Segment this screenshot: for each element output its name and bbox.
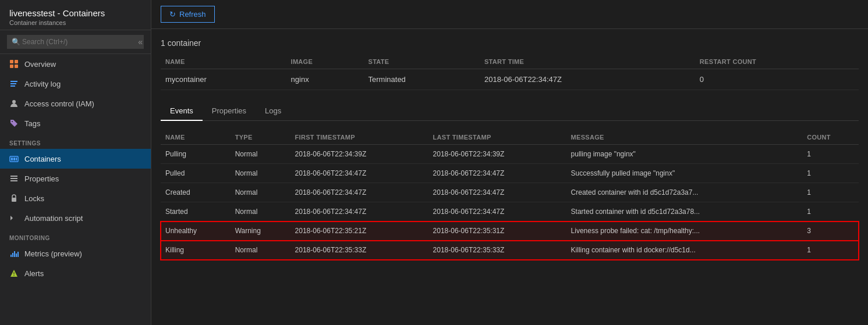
event-cell-4: Liveness probe failed: cat: /tmp/healthy… bbox=[566, 222, 803, 241]
event-cell-0: Killing bbox=[161, 241, 231, 260]
sidebar-item-automation-script[interactable]: Automation script bbox=[0, 208, 151, 228]
col-start-time: START TIME bbox=[480, 55, 695, 69]
svg-rect-22 bbox=[14, 275, 15, 276]
event-row[interactable]: StartedNormal2018-06-06T22:34:47Z2018-06… bbox=[161, 202, 859, 222]
svg-rect-3 bbox=[15, 65, 18, 68]
access-control-icon bbox=[9, 99, 19, 108]
svg-rect-15 bbox=[12, 198, 16, 202]
event-cell-2: 2018-06-06T22:34:47Z bbox=[290, 164, 428, 183]
activity-log-icon bbox=[9, 79, 19, 88]
event-cell-2: 2018-06-06T22:34:39Z bbox=[290, 145, 428, 164]
event-cell-1: Warning bbox=[231, 222, 290, 241]
events-col-name: NAME bbox=[161, 130, 231, 145]
main-content-area: 1 container NAME IMAGE STATE START TIME … bbox=[151, 29, 868, 325]
svg-rect-19 bbox=[16, 253, 17, 257]
sidebar-item-properties[interactable]: Properties bbox=[0, 169, 151, 188]
event-row[interactable]: CreatedNormal2018-06-06T22:34:47Z2018-06… bbox=[161, 183, 859, 202]
locks-icon bbox=[9, 194, 19, 203]
containers-icon bbox=[9, 154, 19, 163]
refresh-button[interactable]: ↻ Refresh bbox=[161, 6, 215, 23]
svg-rect-18 bbox=[14, 251, 15, 257]
container-start-time: 2018-06-06T22:34:47Z bbox=[480, 69, 695, 90]
svg-rect-14 bbox=[10, 180, 17, 181]
properties-icon bbox=[9, 174, 19, 183]
event-cell-4: Successfully pulled image "nginx" bbox=[566, 164, 803, 183]
event-cell-1: Normal bbox=[231, 202, 290, 222]
svg-rect-17 bbox=[12, 253, 13, 257]
event-cell-1: Normal bbox=[231, 164, 290, 183]
tags-icon bbox=[9, 119, 19, 128]
search-input[interactable] bbox=[7, 35, 144, 49]
event-row[interactable]: PullingNormal2018-06-06T22:34:39Z2018-06… bbox=[161, 145, 859, 164]
event-cell-3: 2018-06-06T22:35:33Z bbox=[428, 241, 566, 260]
event-cell-2: 2018-06-06T22:35:21Z bbox=[290, 222, 428, 241]
search-icon: 🔍 bbox=[12, 38, 20, 46]
sidebar-item-locks[interactable]: Locks bbox=[0, 188, 151, 208]
sidebar-item-overview[interactable]: Overview bbox=[0, 54, 151, 74]
col-state: STATE bbox=[364, 55, 480, 69]
locks-label: Locks bbox=[24, 194, 44, 203]
svg-rect-6 bbox=[10, 85, 15, 87]
tab-events[interactable]: Events bbox=[161, 102, 203, 121]
events-col-last-ts: LAST TIMESTAMP bbox=[428, 130, 566, 145]
events-col-first-ts: FIRST TIMESTAMP bbox=[290, 130, 428, 145]
container-table: NAME IMAGE STATE START TIME RESTART COUN… bbox=[161, 55, 859, 90]
svg-rect-11 bbox=[16, 158, 17, 160]
settings-section-label: SETTINGS bbox=[0, 133, 151, 149]
event-cell-3: 2018-06-06T22:34:47Z bbox=[428, 183, 566, 202]
event-cell-2: 2018-06-06T22:34:47Z bbox=[290, 202, 428, 222]
refresh-icon: ↻ bbox=[169, 10, 176, 19]
container-restart-count: 0 bbox=[695, 69, 859, 90]
container-count: 1 container bbox=[161, 38, 859, 48]
container-image: nginx bbox=[286, 69, 364, 90]
tab-properties[interactable]: Properties bbox=[203, 102, 256, 121]
container-state: Terminated bbox=[364, 69, 480, 90]
sidebar-item-activity-log[interactable]: Activity log bbox=[0, 74, 151, 94]
event-cell-3: 2018-06-06T22:35:31Z bbox=[428, 222, 566, 241]
event-cell-4: pulling image "nginx" bbox=[566, 145, 803, 164]
event-row[interactable]: UnhealthyWarning2018-06-06T22:35:21Z2018… bbox=[161, 222, 859, 241]
overview-icon bbox=[9, 59, 19, 69]
alerts-label: Alerts bbox=[24, 269, 44, 278]
svg-rect-4 bbox=[10, 81, 17, 82]
sidebar-item-alerts[interactable]: Alerts bbox=[0, 263, 151, 283]
event-cell-2: 2018-06-06T22:34:47Z bbox=[290, 183, 428, 202]
collapse-button[interactable]: « bbox=[138, 37, 143, 47]
svg-rect-13 bbox=[10, 178, 17, 179]
tags-label: Tags bbox=[24, 119, 40, 128]
event-cell-5: 1 bbox=[802, 145, 859, 164]
event-cell-4: Started container with id d5c1d72a3a78..… bbox=[566, 202, 803, 222]
event-cell-4: Killing container with id docker://d5c1d… bbox=[566, 241, 803, 260]
svg-rect-1 bbox=[15, 60, 18, 63]
svg-rect-0 bbox=[10, 60, 13, 63]
event-cell-0: Pulling bbox=[161, 145, 231, 164]
alerts-icon bbox=[9, 269, 19, 278]
sidebar-item-tags[interactable]: Tags bbox=[0, 113, 151, 133]
event-cell-0: Created bbox=[161, 183, 231, 202]
event-row[interactable]: KillingNormal2018-06-06T22:35:33Z2018-06… bbox=[161, 241, 859, 260]
event-row[interactable]: PulledNormal2018-06-06T22:34:47Z2018-06-… bbox=[161, 164, 859, 183]
sidebar-item-metrics[interactable]: Metrics (preview) bbox=[0, 244, 151, 263]
containers-label: Containers bbox=[24, 155, 61, 163]
events-col-count: COUNT bbox=[802, 130, 859, 145]
event-cell-5: 3 bbox=[802, 222, 859, 241]
tab-logs[interactable]: Logs bbox=[256, 102, 290, 121]
access-control-label: Access control (IAM) bbox=[24, 99, 94, 108]
container-row[interactable]: mycontainer nginx Terminated 2018-06-06T… bbox=[161, 69, 859, 90]
sidebar-item-access-control[interactable]: Access control (IAM) bbox=[0, 94, 151, 113]
metrics-label: Metrics (preview) bbox=[24, 249, 82, 258]
monitoring-section-label: MONITORING bbox=[0, 228, 151, 244]
events-col-message: MESSAGE bbox=[566, 130, 803, 145]
col-restart-count: RESTART COUNT bbox=[695, 55, 859, 69]
event-cell-0: Pulled bbox=[161, 164, 231, 183]
svg-rect-2 bbox=[10, 65, 13, 68]
event-cell-3: 2018-06-06T22:34:39Z bbox=[428, 145, 566, 164]
sidebar-search-container: 🔍 « bbox=[0, 30, 151, 54]
svg-rect-10 bbox=[13, 158, 15, 160]
event-cell-5: 1 bbox=[802, 241, 859, 260]
svg-rect-5 bbox=[10, 83, 16, 84]
refresh-label: Refresh bbox=[179, 10, 206, 19]
sidebar-item-containers[interactable]: Containers bbox=[0, 149, 151, 169]
sidebar-navigation: Overview Activity log Access control (IA… bbox=[0, 54, 151, 325]
svg-rect-20 bbox=[17, 252, 19, 257]
